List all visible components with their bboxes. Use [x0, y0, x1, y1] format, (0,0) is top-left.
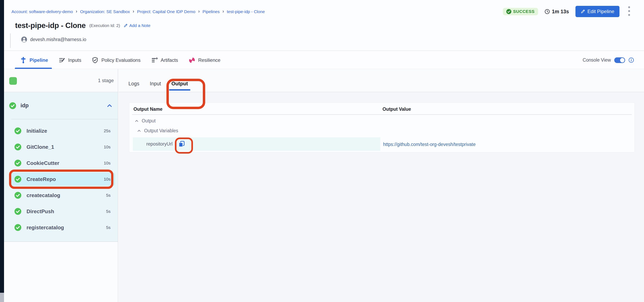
step-success-icon [14, 143, 21, 150]
tab-resilience[interactable]: Resilience [188, 51, 220, 69]
title-row: test-pipe-idp - Clone (Execution Id: 2) … [15, 21, 150, 30]
step-name: GitClone_1 [26, 144, 104, 150]
stage-group-header[interactable]: idp [4, 92, 118, 119]
step-name: registercatalog [26, 224, 106, 231]
tab-label: Resilience [198, 57, 220, 63]
breadcrumb-item: Organization: SE Sandbox › [80, 9, 137, 14]
tab-output[interactable]: Output [172, 81, 188, 87]
tab-pipeline[interactable]: Pipeline [20, 51, 48, 69]
toggle-knob [620, 58, 624, 62]
copy-icon[interactable] [178, 140, 185, 147]
trigger-user-email: devesh.mishra@harness.io [30, 37, 86, 42]
step-name: CookieCutter [26, 160, 104, 166]
step-row[interactable]: CookieCutter 10s [11, 157, 115, 170]
pipeline-icon [20, 57, 27, 64]
tab-input[interactable]: Input [150, 81, 161, 87]
output-value-link[interactable]: https://github.com/test-org-devesh/testp… [383, 142, 476, 147]
step-name: CreateRepo [26, 176, 104, 182]
tab-artifacts[interactable]: Artifacts [151, 51, 178, 69]
tab-label: Artifacts [160, 57, 178, 63]
pencil-icon [124, 24, 128, 28]
step-success-icon [14, 160, 21, 167]
kebab-menu-icon[interactable] [626, 6, 632, 18]
breadcrumb-link[interactable]: test-pipe-idp - Clone [227, 9, 265, 14]
breadcrumb-item: Account: software-delivery-demo › [12, 9, 80, 14]
console-view-label: Console View [583, 57, 611, 63]
tab-label: Policy Evaluations [101, 57, 140, 63]
step-list: Initialize 25s GitClone_1 10s CookieCutt… [4, 119, 118, 241]
execution-stage-sidebar: 1 stage idp Initialize 25s [4, 69, 118, 302]
status-label: SUCCESS [513, 9, 535, 14]
output-table: Output Name Output Value Output Output V… [129, 102, 635, 153]
step-duration: 25s [104, 128, 110, 133]
step-row[interactable]: DirectPush 5s [11, 205, 115, 218]
output-variables-group-row[interactable]: Output Variables [137, 128, 178, 133]
duration-value: 1m 13s [552, 9, 569, 15]
breadcrumb-link[interactable]: Account: software-delivery-demo [12, 9, 73, 14]
step-success-icon [14, 208, 21, 215]
breadcrumb-link[interactable]: Organization: SE Sandbox [80, 9, 130, 14]
resilience-icon [188, 57, 195, 64]
sidebar-empty-area [4, 242, 118, 302]
step-success-icon [14, 176, 21, 183]
output-tab-content: Output Name Output Value Output Output V… [118, 92, 644, 302]
step-duration: 5s [106, 209, 110, 214]
step-success-icon [14, 224, 21, 231]
chevron-right-icon: › [76, 9, 78, 14]
tab-label: Inputs [68, 57, 81, 63]
edit-pipeline-button[interactable]: Edit Pipeline [576, 6, 620, 17]
stage-count: 1 stage [98, 78, 114, 83]
edit-pipeline-label: Edit Pipeline [588, 9, 614, 14]
output-variable-name: repositoryUrl [146, 141, 172, 147]
pipeline-tabbar: Pipeline Inputs Policy Evaluations Artif… [4, 51, 644, 69]
breadcrumb-link[interactable]: Project: Capital One IDP Demo [137, 9, 195, 14]
clock-icon [544, 9, 550, 14]
chevron-up-icon[interactable] [106, 103, 112, 109]
page-title: test-pipe-idp - Clone [15, 21, 86, 30]
step-row[interactable]: Initialize 25s [11, 124, 115, 137]
chevron-up-icon[interactable] [134, 119, 139, 123]
chevron-right-icon: › [198, 9, 200, 14]
step-row[interactable]: CreateRepo 10s [11, 173, 115, 186]
step-name: createcatalog [26, 192, 106, 199]
trigger-user-row: devesh.mishra@harness.io [21, 36, 86, 43]
step-row[interactable]: createcatalog 5s [11, 189, 115, 202]
tab-label: Pipeline [30, 57, 48, 63]
step-row[interactable]: registercatalog 5s [11, 221, 115, 234]
info-icon[interactable] [628, 57, 634, 63]
user-avatar-icon [21, 36, 27, 43]
column-header-output-name: Output Name [134, 106, 162, 112]
step-duration: 5s [106, 193, 110, 198]
step-success-icon [14, 192, 21, 199]
step-duration: 10s [104, 144, 110, 149]
timeline-indent-line [10, 33, 11, 48]
left-nav-rail[interactable] [0, 0, 4, 302]
stage-success-icon [9, 102, 16, 109]
success-check-icon [506, 9, 511, 14]
pencil-icon [581, 9, 585, 14]
execution-id: (Execution Id: 2) [89, 23, 120, 28]
tab-logs[interactable]: Logs [128, 81, 139, 87]
chevron-right-icon: › [133, 9, 134, 14]
status-badge: SUCCESS [503, 8, 538, 15]
breadcrumb-link[interactable]: Pipelines [202, 9, 220, 14]
output-group-row[interactable]: Output [134, 118, 156, 124]
pipeline-execution-page: Account: software-delivery-demo › Organi… [0, 0, 644, 302]
tab-policy-evaluations[interactable]: Policy Evaluations [92, 51, 140, 69]
inputs-icon [58, 57, 65, 64]
breadcrumb-item: Pipelines › [202, 9, 227, 14]
step-name: DirectPush [26, 208, 106, 215]
breadcrumb-item: test-pipe-idp - Clone › [227, 9, 265, 14]
column-header-output-value: Output Value [382, 106, 411, 112]
tab-inputs[interactable]: Inputs [58, 51, 81, 69]
add-note-link[interactable]: Add a Note [124, 23, 150, 28]
step-duration: 10s [104, 177, 110, 182]
console-view-toggle[interactable] [614, 57, 625, 63]
step-detail-panel: Logs Input Output Output Name Output Val… [118, 69, 644, 302]
nav-rail-scrollbar[interactable] [0, 293, 4, 302]
execution-duration: 1m 13s [544, 9, 569, 15]
stage-group-idp: idp Initialize 25s GitClone_1 10s [4, 92, 118, 242]
step-row[interactable]: GitClone_1 10s [11, 140, 115, 154]
table-header-divider [132, 114, 632, 115]
chevron-up-icon[interactable] [137, 129, 141, 133]
